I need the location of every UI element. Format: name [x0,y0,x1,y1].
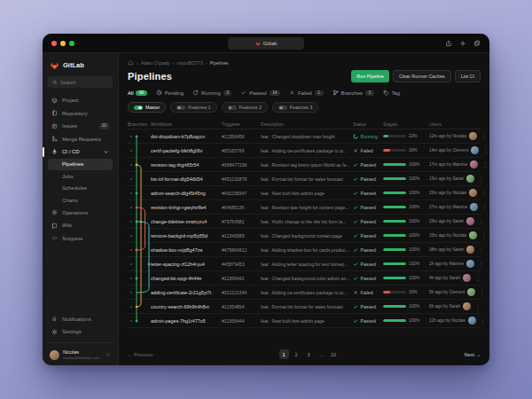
sidebar-subitem-pipelines[interactable]: Pipelines [48,159,113,171]
sidebar-subitem-schedules[interactable]: Schedules [48,183,113,195]
pipeline-row[interactable]: admin-search-dfg45t45rtg #432158347 feat… [128,186,481,200]
row-menu-icon[interactable]: ⋮ [481,204,488,210]
pipeline-row[interactable]: revision-tinhgt-rgteyhtr8e4 #64685136 fe… [128,200,481,215]
pipeline-row[interactable]: list-inf-format-dfg54t6t54 #451231879 fe… [128,172,481,186]
sidebar-item-issues[interactable]: Issues10 [48,120,113,133]
workflow-name[interactable]: letter-spacing-zf12h4ryu4 [151,262,222,267]
workflow-name[interactable]: country-search-69h9h4h8vt [151,304,222,309]
user-profile[interactable]: Nicolas nicolas@kforbital.com [48,348,113,360]
sidebar-item-merge-requests[interactable]: Merge Requests [48,133,113,146]
new-tab-plus-icon[interactable] [459,40,466,47]
row-menu-icon[interactable]: ⋮ [474,275,481,281]
page-10[interactable]: 10 [329,349,339,359]
workflow-name[interactable]: adding-certificate-2r21g5yt7t [151,290,222,295]
workflow-name[interactable]: shadow-box-nvjd5g47ze [151,247,222,253]
book-icon [51,223,58,229]
sidebar-item-operations[interactable]: Operations [48,207,113,220]
clear-runner-caches-button[interactable]: Clear Runner Caches [393,70,451,82]
pipeline-row[interactable]: shadow-box-nvjd5g47ze #475864912 feat : … [128,243,481,257]
toggle-switch[interactable] [176,106,185,111]
breadcrumb-item-pipelines[interactable]: Pipelines [210,60,229,66]
gear-icon [51,209,58,215]
pipeline-row[interactable]: changed-bk-opgt-4h44e #12365442 feat : C… [128,271,481,286]
filter-running[interactable]: Running3 [192,90,231,96]
gitlab-brand[interactable]: GitLab [48,59,113,76]
branch-filter-features-1[interactable]: Features 1 [170,102,216,113]
pipeline-row[interactable]: change-titleliste-zzwtryzu4 #79764582 fe… [128,215,481,229]
sidebar-subitem-jobs[interactable]: Jobs [48,170,113,183]
filter-pending[interactable]: Pending [156,90,184,96]
pipeline-description: feat : Revision tag lorem ipsum Morbi ac… [261,162,353,168]
row-menu-icon[interactable]: ⋮ [481,161,488,168]
workflow-name[interactable]: change-titleliste-zzwtryzu4 [151,219,222,224]
pipeline-row[interactable]: certif-packefg-blkh8g06v #65165766 feat … [128,144,481,158]
sidebar-item-repository[interactable]: Repository [48,107,113,121]
toggle-switch[interactable] [134,106,143,111]
page-1[interactable]: 1 [279,349,289,359]
time-author: 6h ago by Sarah [429,304,460,309]
pipeline-row[interactable]: country-search-69h9h4h8vt #12354894 feat… [128,300,481,314]
row-menu-icon[interactable]: ⋮ [481,232,487,239]
pipeline-row[interactable]: revision-tag-thgrt65r54 #368477199 feat … [128,158,481,172]
branch-filter-features-2[interactable]: Features 2 [222,102,268,113]
row-menu-icon[interactable]: ⋮ [478,246,484,253]
row-menu-icon[interactable]: ⋮ [478,176,484,182]
workflow-name[interactable]: certif-packefg-blkh8g06v [151,148,222,153]
filter-branches[interactable]: Branches3 [332,90,374,96]
page-2[interactable]: 2 [292,349,301,359]
zoom-window-button[interactable] [69,41,74,46]
workflow-name[interactable]: revision-tag-thgrt65r54 [151,162,222,168]
pipeline-row[interactable]: letter-spacing-zf12h4ryu4 #45879453 feat… [128,257,481,271]
workflow-name[interactable]: admin-search-dfg45t45rtg [151,191,222,196]
workflow-name[interactable]: revision-tinhgt-rgteyhtr8e4 [151,205,222,210]
close-window-button[interactable] [51,41,57,46]
sidebar-item-notifications[interactable]: Notifications [48,312,113,325]
workflow-name[interactable]: dot-dropdown-b7p8uqycn [151,134,222,139]
pagination-previous[interactable]: ← Previous [128,352,153,357]
pipeline-row[interactable]: adding-certificate-2r21g5yt7t #312121344… [128,286,481,300]
filter-all[interactable]: All90 [128,90,147,97]
run-pipeline-button[interactable]: Run Pipeline [351,70,389,82]
pipeline-description: feat : Format list format for sales fore… [261,176,353,182]
pipeline-row[interactable]: admin-pages-7hg1r477o5 #12356444 feat : … [128,314,481,328]
branch-filter-features-3[interactable]: Features 3 [272,102,318,113]
row-menu-icon[interactable]: ⋮ [479,289,485,295]
workflow-name[interactable]: remove-backgrd-mp5ly55d [151,233,222,239]
sidebar-item-project[interactable]: Project [48,94,113,107]
pagination-next[interactable]: Next → [465,352,481,357]
browser-tab[interactable]: Gitlab [228,37,304,50]
row-menu-icon[interactable]: ⋮ [474,303,481,309]
filter-passed[interactable]: Passed14 [240,90,280,96]
filter-tag[interactable]: Tag [383,90,400,96]
sidebar-item-ci-cd[interactable]: CI / CD [48,145,113,159]
tabs-overview-icon[interactable] [473,40,481,47]
workflow-name[interactable]: admin-pages-7hg1r477o5 [151,318,222,324]
sidebar-item-wiki[interactable]: Wiki [48,219,113,232]
row-menu-icon[interactable]: ⋮ [478,261,484,267]
breadcrumb-item-adam-o-grady[interactable]: Adam O'grady [141,60,170,66]
search-input[interactable]: Search [48,76,113,88]
row-menu-icon[interactable]: ⋮ [481,190,487,196]
avatar [468,317,476,325]
row-menu-icon[interactable]: ⋮ [482,147,489,153]
row-menu-icon[interactable]: ⋮ [478,218,484,224]
sidebar-item-settings[interactable]: Settings [48,325,113,339]
page-3[interactable]: 3 [304,349,314,359]
home-icon[interactable] [128,59,134,66]
toggle-switch[interactable] [278,106,287,111]
toggle-switch[interactable] [228,106,237,111]
minimize-window-button[interactable] [60,41,66,46]
breadcrumb-item-moonbot73[interactable]: moonBOT73 [176,60,202,66]
pipeline-row[interactable]: remove-backgrd-mp5ly55d #12345689 feat :… [128,229,481,243]
pipeline-row[interactable]: dot-dropdown-b7p8uqycn #12356456 feat : … [128,129,481,144]
sidebar-item-snippets[interactable]: Snippets [48,232,113,246]
list-ci-button[interactable]: List CI [455,70,481,82]
branch-filter-master[interactable]: Master [128,102,166,113]
row-menu-icon[interactable]: ⋮ [480,317,486,324]
workflow-name[interactable]: list-inf-format-dfg54t6t54 [151,176,222,182]
filter-failed[interactable]: Failed1 [289,90,323,96]
share-icon[interactable] [445,40,452,47]
workflow-name[interactable]: changed-bk-opgt-4h44e [151,276,222,281]
sidebar-subitem-charts[interactable]: Charts [48,194,113,207]
row-menu-icon[interactable]: ⋮ [481,133,487,139]
